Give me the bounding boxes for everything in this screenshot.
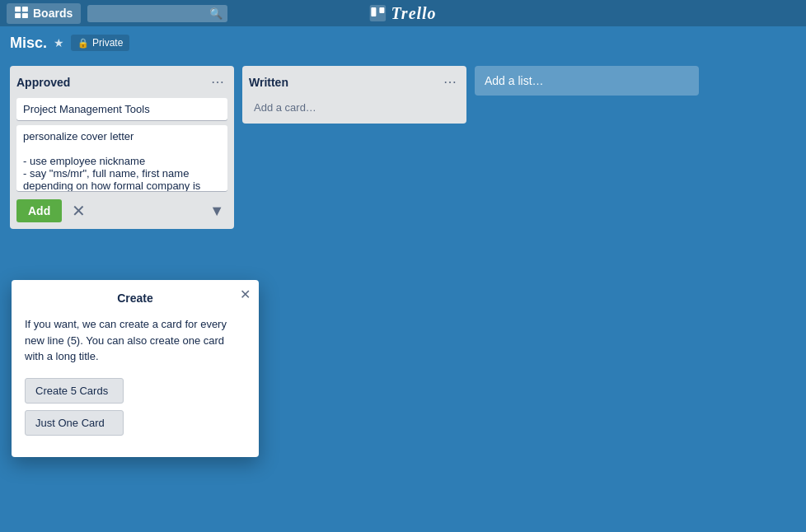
list-title-approved: Approved (16, 76, 70, 89)
top-nav: Boards 🔍 Trello (0, 0, 806, 26)
add-card-button[interactable]: Add (16, 199, 62, 222)
more-options-button[interactable]: ▼ (206, 201, 227, 222)
privacy-badge: 🔒 Private (71, 35, 129, 51)
list-header-approved: Approved ⋯ (16, 72, 227, 91)
svg-rect-1 (15, 12, 21, 17)
add-card-actions: Add ✕ ▼ (16, 199, 227, 222)
svg-rect-0 (15, 7, 21, 12)
trello-wordmark: Trello (391, 4, 436, 23)
svg-rect-3 (22, 12, 28, 17)
table-row[interactable]: Project Management Tools (16, 98, 227, 120)
list-menu-button-approved[interactable]: ⋯ (208, 72, 227, 91)
list-written: Written ⋯ Add a card… (242, 66, 466, 124)
cancel-add-card-button[interactable]: ✕ (67, 199, 91, 222)
create-dialog: Create ✕ If you want, we can create a ca… (12, 280, 259, 457)
boards-label: Boards (33, 7, 73, 20)
add-card-placeholder-written[interactable]: Add a card… (249, 98, 460, 117)
search-input[interactable] (87, 5, 227, 22)
just-one-card-button[interactable]: Just One Card (25, 410, 124, 436)
search-box: 🔍 (87, 5, 227, 22)
list-menu-button-written[interactable]: ⋯ (440, 72, 460, 91)
star-icon[interactable]: ★ (54, 36, 64, 49)
board-content: Approved ⋯ Project Management Tools pers… (0, 59, 806, 236)
list-header-written: Written ⋯ (249, 72, 460, 91)
add-card-textarea[interactable]: personalize cover letter - use employee … (16, 125, 227, 191)
create-dialog-title: Create (25, 292, 246, 305)
page-header: Misc. ★ 🔒 Private (0, 26, 806, 59)
search-icon: 🔍 (209, 7, 223, 20)
create-dialog-overlay: Create ✕ If you want, we can create a ca… (12, 280, 259, 457)
svg-rect-6 (379, 7, 384, 13)
svg-rect-5 (371, 7, 376, 16)
list-approved: Approved ⋯ Project Management Tools pers… (10, 66, 234, 229)
board-title: Misc. (10, 35, 47, 52)
privacy-label: Private (92, 37, 123, 49)
card-text: Project Management Tools (23, 103, 150, 115)
create-5-cards-button[interactable]: Create 5 Cards (25, 378, 124, 404)
svg-rect-2 (22, 7, 28, 12)
list-title-written: Written (249, 76, 288, 89)
trello-logo: Trello (369, 4, 436, 23)
create-dialog-close-button[interactable]: ✕ (240, 287, 251, 302)
lock-icon: 🔒 (77, 38, 89, 49)
add-list-button[interactable]: Add a list… (475, 66, 699, 96)
boards-grid-icon (15, 7, 28, 21)
boards-button[interactable]: Boards (7, 3, 81, 24)
create-dialog-description: If you want, we can create a card for ev… (25, 316, 246, 365)
